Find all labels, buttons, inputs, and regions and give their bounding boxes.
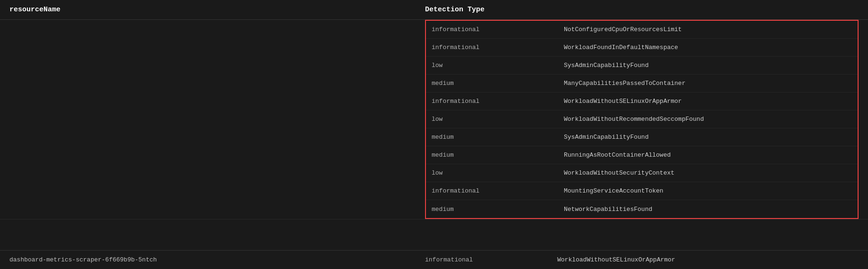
header-resource-name: resourceName [9,6,425,14]
bottom-resource-name: dashboard-metrics-scraper-6f669b9b-5ntch [9,256,425,263]
table-container: resourceName Detection Type informationa… [0,0,868,269]
detection-entry: mediumManyCapabilitiesPassedToContainer [426,75,858,92]
table-header: resourceName Detection Type [0,0,868,20]
finding-name-label: SysAdminCapabilityFound [564,134,852,141]
finding-name-label: RunningAsRootContainerAllowed [564,151,852,159]
detection-entry: informationalMountingServiceAccountToken [426,182,858,200]
header-detection-type: Detection Type [425,6,859,14]
cell-detections-highlighted: informationalNotConfiguredCpuOrResources… [425,20,859,219]
detection-entry: mediumNetworkCapabilitiesFound [426,200,858,218]
detection-entry: informationalWorkloadFoundInDefaultNames… [426,39,858,57]
severity-label: informational [432,187,564,194]
finding-name-label: MountingServiceAccountToken [564,187,852,194]
table-row: informationalNotConfiguredCpuOrResources… [0,20,868,219]
finding-name-label: WorkloadWithoutSELinuxOrAppArmor [564,98,852,105]
severity-label: medium [432,80,564,87]
finding-name-label: WorkloadWithoutRecommendedSeccompFound [564,116,852,123]
severity-label: low [432,116,564,123]
finding-name-label: NetworkCapabilitiesFound [564,206,852,213]
finding-name-label: WorkloadWithoutSecurityContext [564,169,852,177]
finding-name-label: NotConfiguredCpuOrResourcesLimit [564,26,852,33]
cell-resource-name [9,20,425,27]
finding-name-label: SysAdminCapabilityFound [564,62,852,69]
severity-label: medium [432,151,564,159]
severity-label: medium [432,206,564,213]
severity-label: informational [432,26,564,33]
finding-name-label: ManyCapabilitiesPassedToContainer [564,80,852,87]
detection-entry: lowWorkloadWithoutSecurityContext [426,164,858,182]
detection-entry: lowSysAdminCapabilityFound [426,57,858,75]
severity-label: low [432,169,564,177]
severity-label: medium [432,134,564,141]
detection-entry: mediumRunningAsRootContainerAllowed [426,146,858,164]
detection-entry: mediumSysAdminCapabilityFound [426,128,858,146]
bottom-finding: WorkloadWithoutSELinuxOrAppArmor [557,256,859,263]
severity-label: low [432,62,564,69]
detection-entry: informationalNotConfiguredCpuOrResources… [426,21,858,39]
bottom-row: dashboard-metrics-scraper-6f669b9b-5ntch… [0,250,868,269]
detection-entry: lowWorkloadWithoutRecommendedSeccompFoun… [426,110,858,128]
detection-entry: informationalWorkloadWithoutSELinuxOrApp… [426,92,858,110]
severity-label: informational [432,44,564,51]
finding-name-label: WorkloadFoundInDefaultNamespace [564,44,852,51]
severity-label: informational [432,98,564,105]
bottom-severity: informational [425,256,557,263]
